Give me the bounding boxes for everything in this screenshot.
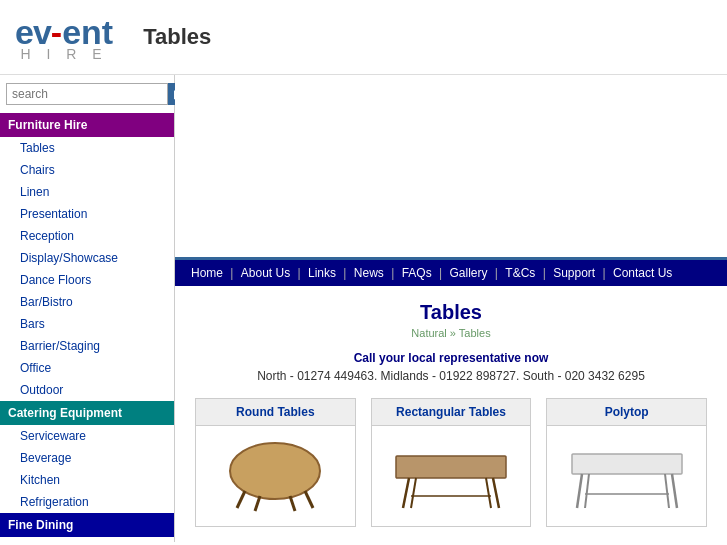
phone-numbers: North - 01274 449463. Midlands - 01922 8… bbox=[195, 369, 707, 383]
sidebar-item-tables[interactable]: Tables bbox=[0, 137, 174, 159]
nav-sep-6: | bbox=[543, 266, 546, 280]
nav-faqs[interactable]: FAQs bbox=[402, 266, 432, 280]
nav-news[interactable]: News bbox=[354, 266, 384, 280]
main-content: Home | About Us | Links | News | FAQs | … bbox=[175, 75, 727, 542]
nav-gallery[interactable]: Gallery bbox=[449, 266, 487, 280]
content-title: Tables bbox=[195, 301, 707, 324]
nav-sep-0: | bbox=[230, 266, 233, 280]
product-grid: Round Tables bbox=[195, 398, 707, 527]
sidebar-item-presentation[interactable]: Presentation bbox=[0, 203, 174, 225]
product-card-rectangular[interactable]: Rectangular Tables bbox=[371, 398, 532, 527]
breadcrumb: Natural » Tables bbox=[195, 327, 707, 339]
svg-line-2 bbox=[305, 491, 313, 508]
header: ev - ent H I R E Tables bbox=[0, 0, 727, 75]
top-nav: Home | About Us | Links | News | FAQs | … bbox=[175, 260, 727, 286]
logo-hire: H I R E bbox=[15, 46, 113, 62]
product-img-round bbox=[196, 426, 355, 526]
svg-rect-5 bbox=[396, 456, 506, 478]
svg-line-12 bbox=[577, 474, 582, 508]
svg-line-3 bbox=[255, 496, 260, 511]
layout: ▶ Furniture Hire Tables Chairs Linen Pre… bbox=[0, 75, 727, 542]
nav-tcs[interactable]: T&Cs bbox=[505, 266, 535, 280]
sidebar-item-serviceware[interactable]: Serviceware bbox=[0, 425, 174, 447]
nav-sep-2: | bbox=[343, 266, 346, 280]
nav-contact[interactable]: Contact Us bbox=[613, 266, 672, 280]
svg-rect-11 bbox=[572, 454, 682, 474]
sidebar-item-barrier[interactable]: Barrier/Staging bbox=[0, 335, 174, 357]
banner-area bbox=[175, 75, 727, 260]
product-title-polytop: Polytop bbox=[547, 399, 706, 426]
nav-sep-1: | bbox=[298, 266, 301, 280]
sidebar-item-beverage[interactable]: Beverage bbox=[0, 447, 174, 469]
call-now-text: Call your local representative now bbox=[195, 351, 707, 365]
nav-about[interactable]: About Us bbox=[241, 266, 290, 280]
product-card-polytop[interactable]: Polytop bbox=[546, 398, 707, 527]
nav-home[interactable]: Home bbox=[191, 266, 223, 280]
sidebar-item-bar-bistro[interactable]: Bar/Bistro bbox=[0, 291, 174, 313]
product-title-round: Round Tables bbox=[196, 399, 355, 426]
product-img-polytop bbox=[547, 426, 706, 526]
sidebar-item-refrigeration[interactable]: Refrigeration bbox=[0, 491, 174, 513]
nav-links[interactable]: Links bbox=[308, 266, 336, 280]
svg-line-7 bbox=[493, 478, 499, 508]
sidebar-item-reception[interactable]: Reception bbox=[0, 225, 174, 247]
sidebar-section-catering: Catering Equipment bbox=[0, 401, 174, 425]
sidebar-section-fine-dining: Fine Dining bbox=[0, 513, 174, 537]
sidebar-item-kitchen[interactable]: Kitchen bbox=[0, 469, 174, 491]
product-card-round[interactable]: Round Tables bbox=[195, 398, 356, 527]
svg-line-14 bbox=[585, 474, 589, 508]
svg-line-1 bbox=[237, 491, 245, 508]
svg-line-15 bbox=[665, 474, 669, 508]
sidebar-item-linen[interactable]: Linen bbox=[0, 181, 174, 203]
svg-line-9 bbox=[486, 478, 491, 508]
svg-point-0 bbox=[230, 443, 320, 499]
product-title-rectangular: Rectangular Tables bbox=[372, 399, 531, 426]
svg-line-13 bbox=[672, 474, 677, 508]
sidebar: ▶ Furniture Hire Tables Chairs Linen Pre… bbox=[0, 75, 175, 542]
svg-line-4 bbox=[290, 496, 295, 511]
nav-support[interactable]: Support bbox=[553, 266, 595, 280]
logo-block: ev - ent H I R E bbox=[15, 13, 113, 62]
content-area: Tables Natural » Tables Call your local … bbox=[175, 286, 727, 542]
sidebar-item-dance-floors[interactable]: Dance Floors bbox=[0, 269, 174, 291]
svg-line-6 bbox=[403, 478, 409, 508]
page-title: Tables bbox=[143, 24, 211, 50]
nav-sep-5: | bbox=[495, 266, 498, 280]
sidebar-item-display[interactable]: Display/Showcase bbox=[0, 247, 174, 269]
nav-sep-3: | bbox=[391, 266, 394, 280]
sidebar-item-outdoor[interactable]: Outdoor bbox=[0, 379, 174, 401]
nav-sep-7: | bbox=[603, 266, 606, 280]
sidebar-item-chairs[interactable]: Chairs bbox=[0, 159, 174, 181]
nav-sep-4: | bbox=[439, 266, 442, 280]
svg-line-8 bbox=[411, 478, 416, 508]
search-input[interactable] bbox=[6, 83, 168, 105]
product-img-rectangular bbox=[372, 426, 531, 526]
sidebar-item-bars[interactable]: Bars bbox=[0, 313, 174, 335]
logo: ev - ent H I R E bbox=[15, 13, 113, 62]
sidebar-item-office[interactable]: Office bbox=[0, 357, 174, 379]
search-box: ▶ bbox=[6, 83, 168, 105]
sidebar-section-furniture: Furniture Hire bbox=[0, 113, 174, 137]
